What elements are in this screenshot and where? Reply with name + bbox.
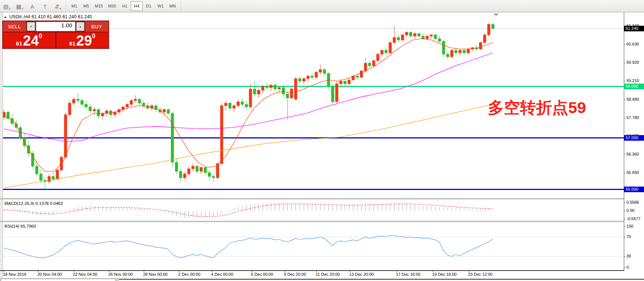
- candle-body: [405, 32, 408, 35]
- sell-price-sup: 0: [39, 34, 42, 39]
- candle-body: [303, 79, 305, 81]
- price-tick-label: 59.920: [626, 60, 639, 65]
- candle-body: [344, 81, 346, 84]
- buy-button[interactable]: BUY: [85, 21, 108, 32]
- textbox-t-icon[interactable]: T: [40, 1, 51, 11]
- timeframe-button-h4[interactable]: H4: [131, 1, 143, 11]
- date-tick-label: 4 Dec 00:00: [211, 272, 233, 277]
- volume-decrease-button[interactable]: ▼: [27, 22, 35, 31]
- candle-body: [72, 99, 75, 103]
- candle-body: [348, 80, 350, 84]
- candle-body: [48, 177, 50, 182]
- buy-price-sup: 0: [92, 34, 95, 39]
- candle-body: [167, 110, 170, 113]
- candle-body: [442, 41, 445, 54]
- candle-body: [298, 79, 301, 81]
- one-click-trading-panel: SELL ▼ 1.00 ▲ BUY 61 24 0 61 29 0: [2, 21, 109, 49]
- candle-body: [278, 88, 281, 89]
- date-tick-label: 20 Nov 04:00: [37, 272, 62, 277]
- candle-body: [323, 70, 326, 74]
- collapse-triangle-icon[interactable]: ▲: [4, 15, 7, 19]
- date-tick-label: 6 Dec 00:00: [251, 272, 273, 277]
- sell-price-big: 24: [23, 34, 39, 47]
- rsi-tick-label: 30: [626, 254, 631, 258]
- candle-body: [68, 103, 71, 115]
- price-tick-mark: [624, 81, 625, 81]
- candle-body: [216, 163, 219, 178]
- candle-body: [389, 43, 391, 53]
- timeframe-button-m1[interactable]: M1: [68, 1, 80, 11]
- candle-body: [409, 32, 412, 36]
- volume-input[interactable]: 1.00: [36, 22, 75, 31]
- candle-body: [93, 110, 96, 111]
- candle-body: [368, 63, 371, 66]
- candle-body: [261, 86, 264, 90]
- sell-button[interactable]: SELL: [3, 21, 26, 32]
- pane-separator-main-macd[interactable]: [0, 198, 624, 199]
- price-axis-line: [624, 12, 624, 271]
- candle-body: [282, 88, 285, 94]
- timeframe-button-d1[interactable]: D1: [143, 1, 155, 11]
- price-badge-57.000: 57.000: [624, 135, 644, 141]
- candle-body: [315, 72, 318, 77]
- chart-title: USOil-,H4 61.410 61.460 61.240 61.240: [9, 14, 92, 19]
- timeframe-button-mn[interactable]: MN: [167, 1, 179, 11]
- date-tick-label: 26 Nov 00:00: [108, 272, 133, 277]
- candle-body: [245, 104, 248, 107]
- candle-body: [40, 174, 42, 180]
- timeframe-button-m15[interactable]: M15: [92, 1, 105, 11]
- mid-ma-line: [4, 53, 493, 142]
- date-tick-label: 17 Dec 16:00: [396, 272, 420, 277]
- candle-body: [77, 99, 79, 100]
- date-tick-label: 22 Nov 04:00: [73, 272, 97, 277]
- candle-body: [52, 177, 55, 179]
- cycle-arrows-icon[interactable]: ⇵▾: [52, 1, 64, 11]
- candle-body: [192, 166, 194, 169]
- timeframe-button-w1[interactable]: W1: [155, 1, 167, 11]
- candle-body: [479, 43, 482, 49]
- charts-hatch-e-icon[interactable]: ▨E: [1, 1, 13, 11]
- rsi-tick-label: 100: [626, 224, 633, 228]
- price-badge-61.240: 61.240: [624, 26, 644, 31]
- macd-label: MACD(12,26,9) 0.1378 0.0462: [4, 201, 63, 206]
- candle-body: [130, 100, 133, 104]
- candle-body: [335, 84, 338, 102]
- candle-body: [253, 89, 256, 94]
- candle-body: [331, 86, 334, 102]
- pane-separator-macd-rsi[interactable]: [0, 221, 624, 222]
- candle-body: [414, 34, 416, 36]
- candle-body: [434, 35, 437, 38]
- candle-body: [81, 100, 83, 104]
- candle-body: [138, 99, 141, 103]
- fast-ma-line: [4, 39, 493, 171]
- sell-price-quote[interactable]: 61 24 0: [3, 32, 55, 48]
- candle-body: [286, 94, 289, 98]
- grid-hatch-f-icon[interactable]: ▦F: [14, 1, 25, 11]
- candle-body: [35, 166, 38, 174]
- candle-body: [422, 36, 424, 39]
- candle-body: [200, 168, 202, 171]
- candle-body: [183, 174, 186, 178]
- pane-separator-rsi-bottom: [0, 270, 624, 271]
- chart-shift-marker-icon[interactable]: [493, 13, 499, 16]
- price-badge-55.000: 55.000: [624, 187, 644, 192]
- price-tick-label: 59.210: [626, 78, 639, 83]
- price-badge-59.000: 59.000: [624, 84, 644, 89]
- macd-tick-label: -0.5677: [626, 216, 640, 221]
- candle-body: [430, 35, 433, 36]
- volume-increase-button[interactable]: ▲: [76, 22, 84, 31]
- macd-tick-mark: [624, 219, 625, 219]
- mt4-window: ▨E▦FAT⇵▾M1M5M15M30H1H4D1W1MN ▲ USOil-,H4…: [0, 0, 644, 281]
- candle-body: [241, 102, 244, 104]
- timeframe-button-m5[interactable]: M5: [80, 1, 92, 11]
- text-a-icon[interactable]: A: [27, 1, 38, 11]
- docked-window-left-edge: [1, 279, 116, 281]
- timeframe-button-h1[interactable]: H1: [119, 1, 131, 11]
- candle-body: [385, 50, 387, 53]
- candle-body: [85, 104, 87, 107]
- buy-price-quote[interactable]: 61 29 0: [56, 32, 109, 48]
- timeframe-button-m30[interactable]: M30: [105, 1, 118, 11]
- window-left-frame: [0, 12, 3, 278]
- date-tick-label: 13 Dec 20:00: [349, 272, 374, 277]
- price-tick-mark: [624, 118, 625, 118]
